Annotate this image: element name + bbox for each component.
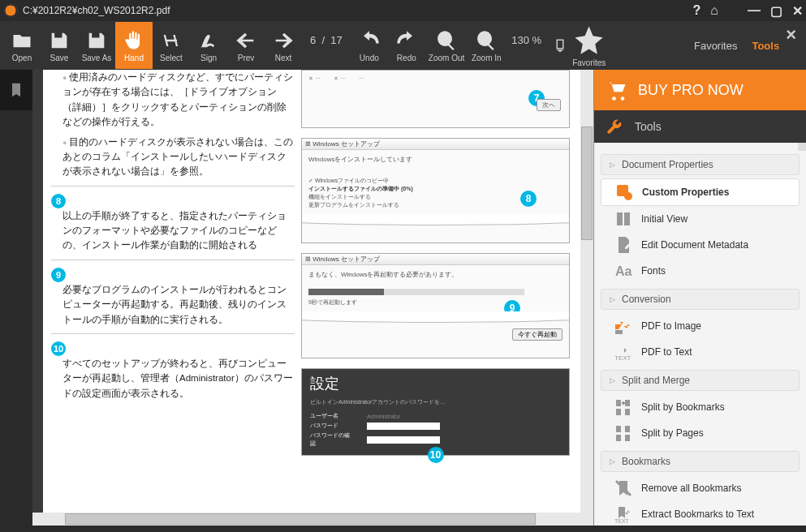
section-document-properties[interactable]: Document Properties bbox=[601, 154, 800, 175]
section-conversion[interactable]: Conversion bbox=[601, 289, 800, 310]
svg-text:Aa: Aa bbox=[615, 264, 632, 278]
zoom-dropdown[interactable] bbox=[548, 22, 572, 69]
tool-extract-bookmarks[interactable]: TEXT Extract Bookmarks to Text bbox=[601, 501, 800, 526]
svg-rect-3 bbox=[617, 212, 623, 225]
tool-split-pages[interactable]: Split by Pages bbox=[601, 420, 800, 446]
tools-tab[interactable]: Tools bbox=[752, 40, 779, 52]
tool-remove-bookmarks[interactable]: Remove all Bookmarks bbox=[601, 475, 800, 501]
svg-text:TEXT: TEXT bbox=[614, 518, 630, 524]
tool-edit-metadata[interactable]: Edit Document Metadata bbox=[601, 232, 800, 258]
svg-point-2 bbox=[624, 192, 632, 200]
select-tool-button[interactable]: Select bbox=[153, 22, 190, 69]
titlebar: C:¥2012R2¥ch02_WS2012R2.pdf ? ⌂ — ▢ ✕ bbox=[0, 0, 806, 21]
step-marker-8: 8 bbox=[51, 194, 66, 208]
help-button[interactable]: ? bbox=[693, 3, 701, 19]
buy-pro-banner[interactable]: BUY PRO NOW bbox=[594, 70, 806, 110]
section-bookmarks[interactable]: Bookmarks bbox=[601, 451, 800, 472]
tool-fonts[interactable]: Aa Fonts bbox=[601, 258, 800, 284]
tool-pdf-to-text[interactable]: TEXT PDF to Text bbox=[601, 339, 800, 365]
tool-initial-view[interactable]: Initial View bbox=[601, 206, 800, 232]
svg-rect-9 bbox=[625, 400, 630, 406]
tools-panel: BUY PRO NOW Tools Document Properties Cu… bbox=[593, 70, 806, 526]
doc-text: 必要なプログラムのインストールが行われるとコンピューターが再起動する。再起動後、… bbox=[51, 282, 295, 327]
svg-rect-14 bbox=[616, 435, 621, 441]
document-viewport[interactable]: ●使用済みのハードディスクなど、すでにパーティションが存在する場合には、［ドライ… bbox=[32, 70, 593, 526]
page-indicator: 6 / 17 bbox=[310, 34, 343, 58]
cart-icon bbox=[606, 79, 628, 101]
zoom-in-button[interactable]: Zoom In bbox=[468, 22, 505, 69]
panel-tabs: Favorites Tools bbox=[694, 40, 779, 52]
tool-pdf-to-image[interactable]: PDF to Image bbox=[601, 313, 800, 339]
screenshot-thumbnail: ✕ ⋯✕ ⋯⋯ 7 次へ bbox=[301, 70, 570, 128]
doc-text: すべてのセットアップが終わると、再びコンピューターが再起動し、管理者（Admin… bbox=[51, 356, 295, 401]
tool-custom-properties[interactable]: Custom Properties bbox=[601, 178, 800, 206]
zoom-out-button[interactable]: Zoom Out bbox=[425, 22, 468, 69]
prev-page-button[interactable]: Prev bbox=[227, 22, 265, 69]
section-split-merge[interactable]: Split and Merge bbox=[601, 370, 800, 391]
svg-rect-8 bbox=[616, 400, 621, 406]
doc-text: 使用済みのハードディスクなど、すでにパーティションが存在する場合には、［ドライブ… bbox=[62, 72, 293, 127]
horizontal-scrollbar[interactable] bbox=[32, 513, 580, 526]
bookmarks-sidebar-tab[interactable] bbox=[0, 70, 32, 110]
svg-rect-0 bbox=[557, 40, 563, 49]
svg-rect-10 bbox=[616, 409, 621, 415]
svg-rect-4 bbox=[624, 212, 630, 225]
minimize-button[interactable]: — bbox=[748, 3, 761, 19]
svg-rect-11 bbox=[625, 409, 630, 415]
home-button[interactable]: ⌂ bbox=[710, 3, 718, 19]
hand-tool-button[interactable]: Hand bbox=[115, 22, 153, 69]
svg-rect-13 bbox=[625, 426, 630, 432]
favorites-star-button[interactable]: Favorites bbox=[572, 24, 606, 66]
undo-button[interactable]: Undo bbox=[351, 22, 388, 69]
redo-button[interactable]: Redo bbox=[388, 22, 425, 69]
svg-rect-6 bbox=[615, 330, 623, 334]
vertical-scrollbar[interactable] bbox=[580, 70, 593, 526]
doc-text: 目的のハードディスクが表示されない場合は、このあとのコラム「インストールしたいハ… bbox=[62, 137, 293, 177]
zoom-level: 130 % bbox=[511, 34, 541, 58]
screenshot-thumbnail: 設定 ビルトインAdministratorアカウントのパスワードを… ユーザー名… bbox=[301, 368, 570, 456]
save-as-button[interactable]: Save As bbox=[78, 22, 115, 69]
close-panel-button[interactable]: × bbox=[779, 21, 803, 45]
screenshot-thumbnail: ⊞ Windows セットアップ まもなく、Windowsを再起動する必要があり… bbox=[301, 253, 570, 358]
tools-list[interactable]: Document Properties Custom Properties In… bbox=[594, 143, 806, 526]
sign-tool-button[interactable]: Sign bbox=[190, 22, 227, 69]
svg-rect-15 bbox=[625, 435, 630, 441]
next-page-button[interactable]: Next bbox=[265, 22, 302, 69]
pdf-page: ●使用済みのハードディスクなど、すでにパーティションが存在する場合には、［ドライ… bbox=[43, 70, 583, 526]
screenshot-thumbnail: ⊞ Windows セットアップ Windowsをインストールしています ✓ W… bbox=[301, 138, 570, 243]
close-button[interactable]: ✕ bbox=[792, 3, 803, 19]
left-sidebar bbox=[0, 70, 32, 526]
save-button[interactable]: Save bbox=[41, 22, 78, 69]
open-button[interactable]: Open bbox=[3, 22, 41, 69]
wrench-icon bbox=[606, 118, 623, 135]
step-marker-10: 10 bbox=[51, 341, 66, 356]
status-bar bbox=[0, 526, 806, 532]
favorites-tab[interactable]: Favorites bbox=[694, 40, 737, 52]
step-marker-9: 9 bbox=[51, 268, 66, 282]
doc-text: 以上の手順が終了すると、指定されたパーティションのフォーマットや必要なファイルの… bbox=[51, 208, 295, 253]
tool-split-bookmarks[interactable]: Split by Bookmarks bbox=[601, 394, 800, 420]
svg-text:TEXT: TEXT bbox=[614, 354, 631, 362]
document-path: C:¥2012R2¥ch02_WS2012R2.pdf bbox=[23, 5, 693, 16]
tools-panel-header: Tools bbox=[594, 110, 806, 143]
maximize-button[interactable]: ▢ bbox=[770, 3, 782, 19]
app-icon bbox=[3, 3, 18, 18]
svg-rect-12 bbox=[616, 426, 621, 432]
main-toolbar: Open Save Save As Hand Select Sign Prev … bbox=[0, 21, 806, 70]
